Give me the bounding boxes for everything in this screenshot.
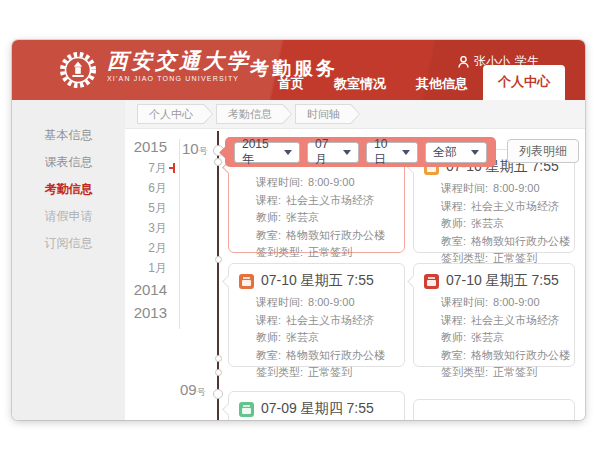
month-select[interactable]: 07月 (307, 142, 359, 163)
timeline-node (215, 355, 222, 362)
timeline-axis: 2015 7月 6月 5月 3月 2月 1月 2014 2013 (129, 135, 175, 324)
app-header: 西安交通大学 XI'AN JIAO TONG UNIVERSITY 考勤服务 张… (12, 40, 585, 100)
axis-month-2[interactable]: 2月 (129, 238, 175, 258)
nav-other-info[interactable]: 其他信息 (401, 68, 483, 100)
breadcrumb: 个人中心 考勤信息 时间轴 (125, 100, 585, 129)
breadcrumb-attendance-info[interactable]: 考勤信息 (216, 104, 292, 124)
chevron-down-icon (471, 150, 479, 155)
sidebar-item-attendance-info[interactable]: 考勤信息 (12, 176, 125, 203)
day-label-09: 09号 (180, 381, 206, 399)
chevron-down-icon (343, 150, 351, 155)
day-label-10: 10号 (182, 140, 208, 158)
axis-month-6[interactable]: 6月 (129, 178, 175, 198)
attendance-card[interactable] (413, 399, 575, 420)
day-select[interactable]: 10日 (366, 142, 418, 163)
chevron-down-icon (284, 150, 292, 155)
axis-month-3[interactable]: 3月 (129, 218, 175, 238)
timeline-line (217, 131, 219, 420)
attendance-card[interactable]: 07-09 星期四 7:55 (228, 391, 405, 420)
attendance-card[interactable]: 07-10 星期五 7:55 课程时间:8:00-9:00 课程:社会主义市场经… (228, 263, 405, 367)
attendance-card[interactable]: 07-10 星期五 7:55 课程时间:8:00-9:00 课程:社会主义市场经… (413, 263, 575, 367)
calendar-icon (424, 274, 439, 289)
sidebar-item-schedule-info[interactable]: 课表信息 (12, 149, 125, 176)
university-name: 西安交通大学 XI'AN JIAO TONG UNIVERSITY (107, 49, 251, 82)
sidebar: 基本信息 课表信息 考勤信息 请假申请 订阅信息 (12, 100, 125, 420)
breadcrumb-timeline[interactable]: 时间轴 (295, 104, 360, 124)
axis-year-2014[interactable]: 2014 (129, 278, 175, 301)
sidebar-item-leave-request[interactable]: 请假申请 (12, 203, 125, 230)
app-window: 西安交通大学 XI'AN JIAO TONG UNIVERSITY 考勤服务 张… (12, 40, 585, 420)
top-nav: 首页 教室情况 其他信息 个人中心 (263, 65, 565, 100)
sidebar-item-basic-info[interactable]: 基本信息 (12, 122, 125, 149)
year-select[interactable]: 2015年 (234, 142, 300, 163)
screenshot-canvas: 西安交通大学 XI'AN JIAO TONG UNIVERSITY 考勤服务 张… (0, 0, 600, 450)
nav-classrooms[interactable]: 教室情况 (319, 68, 401, 100)
axis-year-2013[interactable]: 2013 (129, 301, 175, 324)
timeline-node (213, 389, 223, 399)
list-detail-button[interactable]: 列表明细 (507, 139, 579, 163)
university-name-cn: 西安交通大学 (107, 49, 251, 73)
card-title: 07-09 星期四 7:55 (261, 400, 374, 418)
axis-separator (179, 139, 180, 329)
content-area: 个人中心 考勤信息 时间轴 2015 7月 6月 5月 3月 2月 1月 201… (125, 100, 585, 420)
axis-month-5[interactable]: 5月 (129, 198, 175, 218)
axis-month-7[interactable]: 7月 (129, 158, 175, 178)
timeline-node (214, 158, 222, 166)
nav-personal-center[interactable]: 个人中心 (483, 65, 565, 100)
timeline-node (215, 256, 222, 263)
timeline-main: 2015 7月 6月 5月 3月 2月 1月 2014 2013 (125, 129, 585, 420)
card-title: 07-10 星期五 7:55 (261, 272, 374, 290)
university-name-en: XI'AN JIAO TONG UNIVERSITY (107, 75, 251, 82)
chevron-down-icon (402, 150, 410, 155)
type-select[interactable]: 全部 (425, 142, 487, 163)
calendar-icon (239, 274, 254, 289)
breadcrumb-personal-center[interactable]: 个人中心 (137, 104, 213, 124)
university-logo (58, 50, 98, 90)
calendar-icon (239, 402, 254, 417)
timeline-node (215, 369, 222, 376)
gear-logo-icon (58, 50, 98, 90)
date-filter-bubble: 2015年 07月 10日 全部 (225, 137, 496, 167)
nav-home[interactable]: 首页 (263, 68, 319, 100)
app-body: 基本信息 课表信息 考勤信息 请假申请 订阅信息 个人中心 考勤信息 时间轴 2… (12, 100, 585, 420)
axis-year-2015[interactable]: 2015 (129, 135, 175, 158)
axis-month-1[interactable]: 1月 (129, 258, 175, 278)
sidebar-item-subscription-info[interactable]: 订阅信息 (12, 230, 125, 257)
card-title: 07-10 星期五 7:55 (446, 272, 559, 290)
